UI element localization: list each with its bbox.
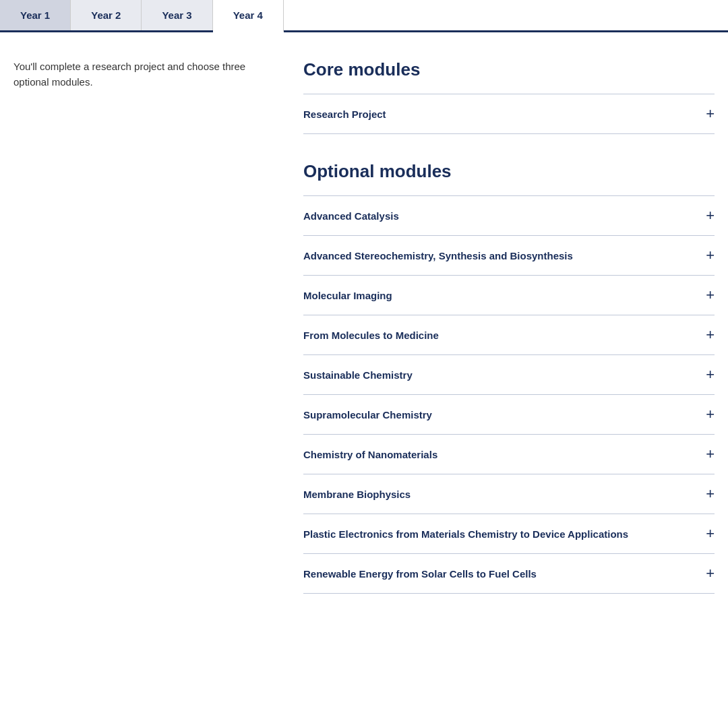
plus-icon-optional-0: + [706,208,715,223]
optional-module-row-6[interactable]: Chemistry of Nanomaterials+ [303,434,715,474]
optional-module-row-0[interactable]: Advanced Catalysis+ [303,195,715,235]
optional-module-row-1[interactable]: Advanced Stereochemistry, Synthesis and … [303,235,715,275]
optional-module-row-9[interactable]: Renewable Energy from Solar Cells to Fue… [303,553,715,594]
optional-module-row-4[interactable]: Sustainable Chemistry+ [303,354,715,394]
optional-module-row-2[interactable]: Molecular Imaging+ [303,275,715,315]
year-tab-1[interactable]: Year 1 [0,0,71,30]
core-module-row-0[interactable]: Research Project+ [303,94,715,134]
plus-icon-optional-1: + [706,248,715,263]
year-tab-3[interactable]: Year 3 [142,0,212,30]
year-tab-2[interactable]: Year 2 [71,0,142,30]
optional-heading: Optional modules [303,161,715,182]
optional-module-row-7[interactable]: Membrane Biophysics+ [303,474,715,514]
core-section: Core modules Research Project+ [303,59,715,134]
core-modules-list: Research Project+ [303,94,715,134]
optional-module-row-5[interactable]: Supramolecular Chemistry+ [303,394,715,434]
plus-icon-core-0: + [706,106,715,121]
optional-module-label-8: Plastic Electronics from Materials Chemi… [303,528,628,540]
optional-module-label-2: Molecular Imaging [303,290,392,301]
plus-icon-optional-2: + [706,288,715,303]
optional-module-label-7: Membrane Biophysics [303,489,411,500]
plus-icon-optional-8: + [706,526,715,541]
optional-module-label-1: Advanced Stereochemistry, Synthesis and … [303,250,573,261]
year-tabs: Year 1Year 2Year 3Year 4 [0,0,728,32]
plus-icon-optional-6: + [706,447,715,462]
optional-modules-list: Advanced Catalysis+Advanced Stereochemis… [303,195,715,594]
core-module-label-0: Research Project [303,108,386,120]
main-content: You'll complete a research project and c… [0,32,728,621]
optional-module-label-9: Renewable Energy from Solar Cells to Fue… [303,568,537,580]
optional-module-label-0: Advanced Catalysis [303,210,399,222]
optional-section: Optional modules Advanced Catalysis+Adva… [303,161,715,594]
core-heading: Core modules [303,59,715,80]
plus-icon-optional-9: + [706,566,715,581]
plus-icon-optional-3: + [706,328,715,342]
optional-module-label-4: Sustainable Chemistry [303,369,413,381]
description-text: You'll complete a research project and c… [13,59,270,90]
optional-module-label-5: Supramolecular Chemistry [303,409,432,421]
plus-icon-optional-7: + [706,487,715,501]
right-column: Core modules Research Project+ Optional … [303,59,715,594]
optional-module-label-6: Chemistry of Nanomaterials [303,449,437,460]
left-column: You'll complete a research project and c… [13,59,290,594]
plus-icon-optional-5: + [706,407,715,422]
year-tab-4[interactable]: Year 4 [213,0,284,32]
optional-module-label-3: From Molecules to Medicine [303,330,439,341]
optional-module-row-8[interactable]: Plastic Electronics from Materials Chemi… [303,514,715,553]
plus-icon-optional-4: + [706,367,715,382]
optional-module-row-3[interactable]: From Molecules to Medicine+ [303,315,715,354]
